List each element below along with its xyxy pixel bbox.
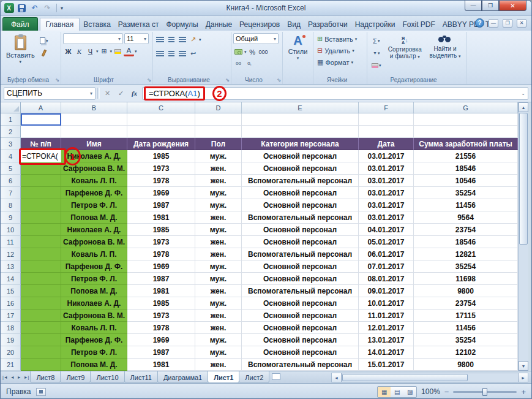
insert-worksheet-button[interactable] [272,373,280,380]
row-header-3[interactable]: 3 [1,138,21,150]
cell-F9[interactable]: 03.01.2017 [359,211,414,224]
cell-E11[interactable]: Основной персонал [242,236,359,248]
cell-A12[interactable] [21,248,61,260]
normal-view-icon[interactable]: ▦ [378,387,391,397]
cell-D19[interactable]: муж. [195,334,242,346]
copy-button[interactable]: ▾ [39,36,50,46]
column-header-F[interactable]: F [359,102,414,113]
cell-F21[interactable]: 15.01.2017 [359,359,414,371]
row-header-16[interactable]: 16 [1,297,21,310]
save-button[interactable] [17,3,27,13]
last-sheet-icon[interactable]: ►| [24,375,29,379]
cell-B11[interactable]: Сафронова В. М. [61,236,127,248]
cell-F4[interactable]: 03.01.2017 [359,150,414,162]
cell-A20[interactable] [21,346,61,359]
cell-B1[interactable] [61,113,127,126]
column-header-B[interactable]: B [61,102,127,113]
sheet-tab-Лист10[interactable]: Лист10 [90,371,124,383]
dialog-launcher-icon[interactable]: ⇘ [225,77,230,83]
cell-E18[interactable]: Основной персонал [242,322,359,334]
cell-F6[interactable]: 03.01.2017 [359,175,414,187]
cell-D21[interactable]: жен. [195,359,242,371]
cell-D4[interactable]: муж. [195,150,242,162]
cell-E1[interactable] [242,113,359,126]
cell-D14[interactable]: муж. [195,273,242,285]
cell-B14[interactable]: Петров Ф. Л. [61,273,127,285]
cell-C16[interactable]: 1985 [127,297,195,310]
cell-A9[interactable] [21,211,61,224]
cell-C21[interactable]: 1981 [127,359,195,371]
formula-bar-expand-icon[interactable]: ⌄ [521,91,525,96]
tab-Главная[interactable]: Главная [40,18,80,31]
vertical-scroll-thumb[interactable] [519,113,528,245]
cell-B21[interactable]: Попова М. Д. [61,359,127,371]
cell-D11[interactable]: жен. [195,236,242,248]
vertical-scrollbar[interactable]: ▲ ▼ [518,102,528,371]
row-header-10[interactable]: 10 [1,224,21,236]
fill-button[interactable]: ▼▾ [370,48,383,58]
cell-C14[interactable]: 1987 [127,273,195,285]
cell-F2[interactable] [359,126,414,138]
scroll-left-icon[interactable]: ◄ [332,373,342,382]
cell-D17[interactable]: жен. [195,310,242,322]
sort-filter-button[interactable]: ЯА ↓ Сортировкаи фильтр ▾ [384,33,427,75]
cell-C6[interactable]: 1978 [127,175,195,187]
cell-B12[interactable]: Коваль Л. П. [61,248,127,260]
row-header-4[interactable]: 4 [1,150,21,162]
row-header-8[interactable]: 8 [1,199,21,211]
maximize-button[interactable]: ❐ [482,1,499,11]
accounting-format-button[interactable] [233,47,244,57]
dialog-launcher-icon[interactable]: ⇘ [277,77,281,83]
cell-E12[interactable]: Вспомогательный персонал [242,248,359,260]
row-header-7[interactable]: 7 [1,187,21,199]
sheet-tab-Диаграмма1[interactable]: Диаграмма1 [157,371,208,383]
borders-button[interactable]: ⊞ [99,46,110,56]
cell-G7[interactable]: 35254 [414,187,518,199]
cell-E3[interactable]: Категория персонала [242,138,359,150]
vertical-scroll-track[interactable] [519,245,528,361]
prev-sheet-icon[interactable]: ◄ [10,375,15,379]
cell-B20[interactable]: Петров Ф. Л. [61,346,127,359]
cell-B18[interactable]: Коваль Л. П. [61,322,127,334]
workbook-minimize-icon[interactable]: — [489,19,498,28]
cell-B19[interactable]: Парфенов Д. Ф. [61,334,127,346]
cell-E15[interactable]: Вспомогательный персонал [242,285,359,297]
cell-B15[interactable]: Попова М. Д. [61,285,127,297]
formula-input[interactable]: =СТРОКА(A1) 2 ⌄ [142,87,528,100]
dialog-launcher-icon[interactable]: ⇘ [55,77,59,83]
cell-D8[interactable]: муж. [195,199,242,211]
cell-F13[interactable]: 07.01.2017 [359,260,414,273]
next-sheet-icon[interactable]: ► [17,375,21,379]
clear-button[interactable]: ▾ [370,60,383,70]
cell-A21[interactable] [21,359,61,371]
sheet-tab-Лист11[interactable]: Лист11 [124,371,158,383]
horizontal-scrollbar[interactable]: ◄ ► [331,373,528,382]
cell-A18[interactable] [21,322,61,334]
cell-F3[interactable]: Дата [359,138,414,150]
sheet-tab-Лист2[interactable]: Лист2 [239,371,269,383]
excel-logo-icon[interactable]: X [4,3,14,13]
name-box[interactable]: СЦЕПИТЬ ▾ [4,87,96,100]
fill-color-button[interactable] [113,46,123,56]
cell-G4[interactable]: 21556 [414,150,518,162]
row-header-17[interactable]: 17 [1,310,21,322]
cell-G6[interactable]: 10546 [414,175,518,187]
cell-B8[interactable]: Петров Ф. Л. [61,199,127,211]
zoom-out-icon[interactable]: − [444,388,449,396]
cell-F20[interactable]: 14.01.2017 [359,346,414,359]
cell-B9[interactable]: Попова М. Д. [61,211,127,224]
cell-C2[interactable] [127,126,195,138]
cell-A10[interactable] [21,224,61,236]
cell-B7[interactable]: Парфенов Д. Ф. [61,187,127,199]
row-header-19[interactable]: 19 [1,334,21,346]
cell-G12[interactable]: 12821 [414,248,518,260]
cell-C20[interactable]: 1987 [127,346,195,359]
cell-C12[interactable]: 1978 [127,248,195,260]
row-header-11[interactable]: 11 [1,236,21,248]
cell-D1[interactable] [195,113,242,126]
cell-E17[interactable]: Основной персонал [242,310,359,322]
cell-G18[interactable]: 11456 [414,322,518,334]
cell-D5[interactable]: жен. [195,162,242,175]
cell-E20[interactable]: Основной персонал [242,346,359,359]
undo-button[interactable]: ↶ [29,3,40,13]
